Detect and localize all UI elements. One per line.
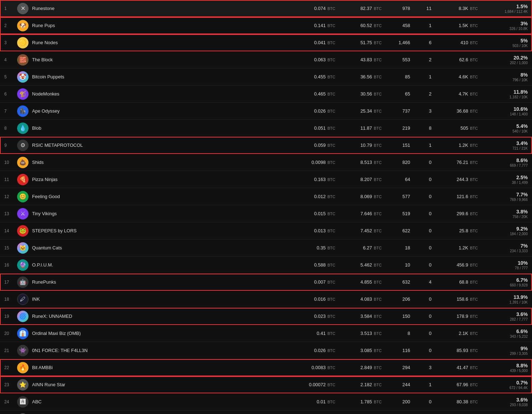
volume-cell: 43.83 BTC	[335, 57, 382, 62]
sales-cell: 116	[382, 348, 410, 353]
rank-cell: 24	[4, 399, 17, 404]
name-cell: 😊 Feeling Good	[17, 191, 95, 202]
rank-cell: 7	[4, 109, 17, 114]
table-row[interactable]: 22 🔥 Bit AMBBi 0.0083 BTC 2.849 BTC 294 …	[0, 359, 532, 376]
owners-cell: 5% 503 / 10K	[478, 38, 528, 48]
name-cell: 💧 Blob	[17, 123, 95, 134]
name-cell: 🦍 Ape Odyssey	[17, 105, 95, 117]
table-row[interactable]: 24 🅰 ABC 0.01 BTC 1.785 BTC 200 0 80.38 …	[0, 393, 532, 410]
table-row[interactable]: 9 ⚙ RSIC METAPROTOCOL 0.059 BTC 10.79 BT…	[0, 137, 532, 154]
table-row[interactable]: 17 🤖 RunePunks 0.007 BTC 4.855 BTC 632 4…	[0, 274, 532, 291]
avatar: 😊	[17, 191, 29, 202]
owners-cell: 6.6% 343 / 5,232	[478, 328, 528, 338]
listed-cell: 1	[410, 23, 432, 28]
table-row[interactable]: 23 ⭐ AINN Rune Star 0.00072 BTC 2.182 BT…	[0, 376, 532, 393]
volume-cell: 51.75 BTC	[335, 40, 382, 45]
volume-cell: 36.56 BTC	[335, 74, 382, 79]
avatar: 🐱	[17, 242, 29, 254]
table-row[interactable]: 4 🧱 The Block 0.063 BTC 43.83 BTC 553 2 …	[0, 51, 532, 68]
avatar: 💩	[17, 157, 29, 168]
owners-cell: 3% 326 / 10.8K	[478, 21, 528, 31]
collection-name: Blob	[32, 125, 41, 131]
sales-cell: 200	[382, 399, 410, 404]
listed-cell: 0	[410, 348, 432, 353]
listed-cell: 0	[410, 331, 432, 336]
table-row[interactable]: 15 🐱 Quantum Cats 0.35 BTC 6.27 BTC 18 0…	[0, 239, 532, 257]
owners-cell: 10.6% 148 / 1,400	[478, 106, 528, 116]
name-cell: 🐒 NodeMonkes	[17, 88, 95, 100]
sales-cell: 820	[382, 160, 410, 165]
name-cell: ⭐ AINN Rune Star	[17, 379, 95, 390]
table-row[interactable]: 8 💧 Blob 0.051 BTC 11.87 BTC 219 8 505 B…	[0, 120, 532, 137]
table-row[interactable]: 16 🔮 O.P.I.U.M. 0.588 BTC 5.462 BTC 10 0…	[0, 257, 532, 274]
rank-cell: 2	[4, 23, 17, 28]
marketcap-cell: 76.21 BTC	[432, 160, 478, 165]
sales-cell: 244	[382, 382, 410, 387]
price-cell: 0.35 BTC	[289, 245, 335, 250]
name-cell: 🖊 INK	[17, 294, 95, 305]
listed-cell: 0	[410, 228, 432, 233]
volume-cell: 30.56 BTC	[335, 91, 382, 97]
table-row[interactable]: 6 🐒 NodeMonkes 0.465 BTC 30.56 BTC 65 2 …	[0, 86, 532, 103]
table-row[interactable]: 7 🦍 Ape Odyssey 0.026 BTC 25.34 BTC 737 …	[0, 103, 532, 120]
sales-cell: 8	[382, 331, 410, 336]
listed-cell: 1	[410, 143, 432, 148]
table-row[interactable]: 14 🐸 STEPEPES by LORS 0.013 BTC 7.452 BT…	[0, 222, 532, 239]
table-row[interactable]: 20 👔 Ordinal Maxi Biz (OMB) 0.41 BTC 3.5…	[0, 325, 532, 342]
sales-cell: 577	[382, 194, 410, 199]
collection-name: Shids	[32, 160, 44, 165]
collection-name: Rune Pups	[32, 23, 55, 28]
rank-cell: 3	[4, 40, 17, 45]
price-cell: 0.051 BTC	[289, 125, 335, 131]
listed-cell: 0	[410, 194, 432, 199]
collection-name: Tiny Vikings	[32, 211, 57, 216]
avatar: 🐸	[17, 225, 29, 237]
sales-cell: 150	[382, 314, 410, 319]
table-row[interactable]: 11 🍕 Pizza Ninjas 0.163 BTC 8.207 BTC 64…	[0, 171, 532, 188]
rank-cell: 18	[4, 297, 17, 302]
avatar: 🧱	[17, 54, 29, 66]
sales-cell: 737	[382, 108, 410, 114]
collection-name: Ape Odyssey	[32, 108, 60, 114]
name-cell: ⚙ RSIC METAPROTOCOL	[17, 140, 95, 151]
table-row[interactable]: 10 💩 Shids 0.0098 BTC 8.513 BTC 820 0 76…	[0, 154, 532, 171]
table-row[interactable]: 21 👾 0N1 FORCE: THE F4LL3N 0.026 BTC 3.0…	[0, 342, 532, 359]
table-row[interactable]: 2 🐶 Rune Pups 0.141 BTC 60.52 BTC 458 1 …	[0, 17, 532, 34]
table-row[interactable]: 3 🟡 Rune Nodes 0.041 BTC 51.75 BTC 1,466…	[0, 34, 532, 51]
table-row[interactable]: 25 🐾 Chubby Puppets 0.0009 BTC 1.215 BTC…	[0, 410, 532, 414]
price-cell: 0.00072 BTC	[289, 382, 335, 387]
listed-cell: 1	[410, 74, 432, 79]
price-cell: 0.455 BTC	[289, 74, 335, 79]
name-cell: 🌀 RuneX: UNNAMED	[17, 311, 95, 322]
owners-cell: 13.9% 1,391 / 10K	[478, 294, 528, 304]
volume-cell: 3.584 BTC	[335, 314, 382, 319]
table-row[interactable]: 18 🖊 INK 0.016 BTC 4.083 BTC 206 0 158.6…	[0, 291, 532, 308]
listed-cell: 8	[410, 125, 432, 131]
collection-name: Bit AMBBi	[32, 365, 53, 370]
avatar: 🦍	[17, 105, 29, 117]
rank-cell: 9	[4, 143, 17, 148]
owners-cell: 9.2% 184 / 2,000	[478, 226, 528, 236]
collection-name: STEPEPES by LORS	[32, 228, 77, 233]
table-row[interactable]: 19 🌀 RuneX: UNNAMED 0.023 BTC 3.584 BTC …	[0, 308, 532, 325]
marketcap-cell: 41.47 BTC	[432, 365, 478, 370]
table-row[interactable]: 12 😊 Feeling Good 0.012 BTC 8.069 BTC 57…	[0, 188, 532, 205]
listed-cell: 2	[410, 91, 432, 97]
name-cell: 🔥 Bit AMBBi	[17, 362, 95, 373]
price-cell: 0.016 BTC	[289, 296, 335, 302]
name-cell: 🔮 O.P.I.U.M.	[17, 259, 95, 271]
name-cell: 🤡 Bitcoin Puppets	[17, 71, 95, 83]
owners-cell: 3.8% 758 / 20K	[478, 209, 528, 219]
table-row[interactable]: 1 ✕ Runestone 0.074 BTC 82.37 BTC 978 11…	[0, 0, 532, 17]
avatar: ⭐	[17, 379, 29, 390]
table-row[interactable]: 13 ⚔ Tiny Vikings 0.015 BTC 7.646 BTC 51…	[0, 205, 532, 222]
table-row[interactable]: 5 🤡 Bitcoin Puppets 0.455 BTC 36.56 BTC …	[0, 68, 532, 86]
volume-cell: 25.34 BTC	[335, 108, 382, 114]
price-cell: 0.465 BTC	[289, 91, 335, 97]
marketcap-cell: 25.8 BTC	[432, 228, 478, 233]
name-cell: 🧱 The Block	[17, 54, 95, 66]
listed-cell: 6	[410, 40, 432, 45]
marketcap-cell: 62.6 BTC	[432, 57, 478, 62]
owners-cell: 3.6% 282 / 7,777	[478, 311, 528, 321]
collection-name: ABC	[32, 399, 42, 404]
